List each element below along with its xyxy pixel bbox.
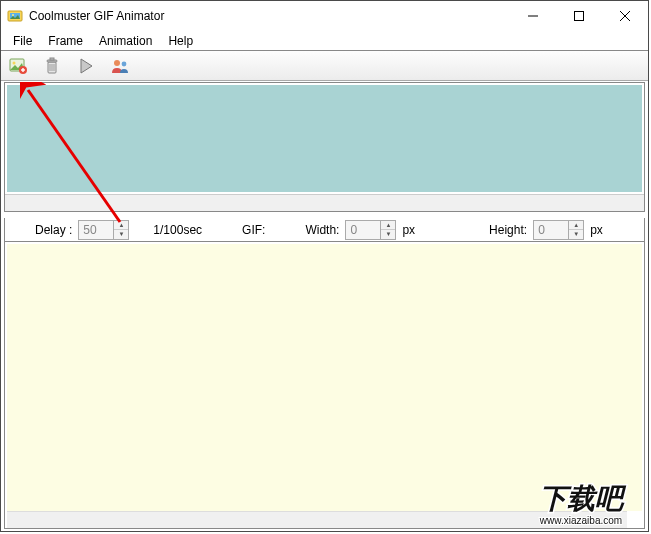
titlebar: Coolmuster GIF Animator bbox=[1, 1, 648, 31]
svg-point-18 bbox=[114, 60, 120, 66]
menu-frame[interactable]: Frame bbox=[40, 32, 91, 50]
people-icon bbox=[110, 56, 130, 76]
toolbar bbox=[1, 51, 648, 81]
width-spin-buttons[interactable]: ▲ ▼ bbox=[381, 220, 396, 240]
menu-animation[interactable]: Animation bbox=[91, 32, 160, 50]
add-frame-button[interactable] bbox=[5, 53, 31, 79]
menu-file[interactable]: File bbox=[5, 32, 40, 50]
delay-spin-buttons[interactable]: ▲ ▼ bbox=[114, 220, 129, 240]
app-icon bbox=[7, 8, 23, 24]
add-image-icon bbox=[8, 56, 28, 76]
svg-rect-14 bbox=[50, 58, 54, 60]
width-unit: px bbox=[402, 223, 415, 237]
down-arrow-icon[interactable]: ▼ bbox=[381, 230, 395, 239]
frame-strip[interactable] bbox=[7, 85, 642, 192]
down-arrow-icon[interactable]: ▼ bbox=[569, 230, 583, 239]
trash-icon bbox=[42, 56, 62, 76]
svg-rect-4 bbox=[575, 12, 584, 21]
canvas-scrollbar-horizontal[interactable] bbox=[7, 511, 627, 528]
height-input[interactable] bbox=[533, 220, 569, 240]
close-button[interactable] bbox=[602, 1, 648, 31]
menu-help[interactable]: Help bbox=[160, 32, 201, 50]
width-spinner[interactable]: ▲ ▼ bbox=[345, 220, 396, 240]
height-label: Height: bbox=[489, 223, 527, 237]
app-window: Coolmuster GIF Animator File Frame Anima… bbox=[0, 0, 649, 532]
canvas[interactable] bbox=[7, 244, 642, 511]
width-input[interactable] bbox=[345, 220, 381, 240]
svg-point-8 bbox=[13, 61, 16, 64]
height-spinner[interactable]: ▲ ▼ bbox=[533, 220, 584, 240]
delay-label: Delay : bbox=[35, 223, 72, 237]
frame-controls-row: Delay : ▲ ▼ 1/100sec GIF: Width: ▲ ▼ px … bbox=[4, 218, 645, 242]
width-label: Width: bbox=[305, 223, 339, 237]
maximize-button[interactable] bbox=[556, 1, 602, 31]
window-controls bbox=[510, 1, 648, 31]
up-arrow-icon[interactable]: ▲ bbox=[114, 221, 128, 231]
delay-spinner[interactable]: ▲ ▼ bbox=[78, 220, 129, 240]
play-icon bbox=[76, 56, 96, 76]
svg-point-2 bbox=[12, 14, 14, 16]
play-button[interactable] bbox=[73, 53, 99, 79]
delay-input[interactable] bbox=[78, 220, 114, 240]
up-arrow-icon[interactable]: ▲ bbox=[569, 221, 583, 231]
height-unit: px bbox=[590, 223, 603, 237]
minimize-button[interactable] bbox=[510, 1, 556, 31]
delay-unit: 1/100sec bbox=[153, 223, 202, 237]
height-spin-buttons[interactable]: ▲ ▼ bbox=[569, 220, 584, 240]
down-arrow-icon[interactable]: ▼ bbox=[114, 230, 128, 239]
frame-strip-scrollbar[interactable] bbox=[5, 194, 644, 211]
users-button[interactable] bbox=[107, 53, 133, 79]
frame-strip-panel bbox=[4, 82, 645, 212]
menubar: File Frame Animation Help bbox=[1, 31, 648, 51]
svg-point-19 bbox=[122, 61, 127, 66]
canvas-panel bbox=[4, 242, 645, 529]
gif-label: GIF: bbox=[242, 223, 265, 237]
up-arrow-icon[interactable]: ▲ bbox=[381, 221, 395, 231]
delete-frame-button[interactable] bbox=[39, 53, 65, 79]
window-title: Coolmuster GIF Animator bbox=[29, 9, 164, 23]
